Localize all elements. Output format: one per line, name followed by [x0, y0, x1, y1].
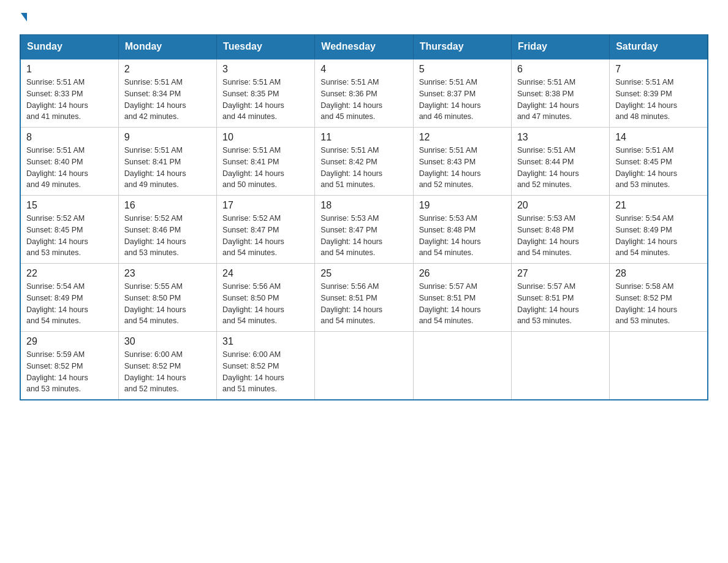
day-number: 26 — [419, 268, 506, 279]
day-number: 10 — [222, 132, 309, 143]
calendar-cell: 27 Sunrise: 5:57 AMSunset: 8:51 PMDaylig… — [511, 264, 609, 332]
column-header-monday: Monday — [118, 35, 216, 59]
calendar-cell: 18 Sunrise: 5:53 AMSunset: 8:47 PMDaylig… — [315, 196, 413, 264]
day-info: Sunrise: 5:59 AMSunset: 8:52 PMDaylight:… — [26, 350, 88, 393]
calendar-cell: 21 Sunrise: 5:54 AMSunset: 8:49 PMDaylig… — [610, 196, 708, 264]
day-info: Sunrise: 6:00 AMSunset: 8:52 PMDaylight:… — [124, 350, 186, 393]
calendar-cell: 29 Sunrise: 5:59 AMSunset: 8:52 PMDaylig… — [20, 332, 118, 400]
calendar-cell: 4 Sunrise: 5:51 AMSunset: 8:36 PMDayligh… — [315, 59, 413, 128]
calendar-week-row: 8 Sunrise: 5:51 AMSunset: 8:40 PMDayligh… — [20, 128, 708, 196]
day-info: Sunrise: 5:52 AMSunset: 8:46 PMDaylight:… — [124, 214, 186, 257]
calendar-cell: 7 Sunrise: 5:51 AMSunset: 8:39 PMDayligh… — [610, 59, 708, 128]
day-info: Sunrise: 5:53 AMSunset: 8:47 PMDaylight:… — [320, 214, 382, 257]
day-number: 31 — [222, 336, 309, 347]
calendar-week-row: 15 Sunrise: 5:52 AMSunset: 8:45 PMDaylig… — [20, 196, 708, 264]
calendar-cell: 24 Sunrise: 5:56 AMSunset: 8:50 PMDaylig… — [217, 264, 315, 332]
calendar-cell — [511, 332, 609, 400]
day-number: 3 — [222, 64, 309, 75]
day-info: Sunrise: 5:51 AMSunset: 8:39 PMDaylight:… — [615, 78, 677, 121]
calendar-cell: 12 Sunrise: 5:51 AMSunset: 8:43 PMDaylig… — [413, 128, 511, 196]
day-number: 22 — [26, 268, 113, 279]
day-number: 9 — [124, 132, 211, 143]
day-info: Sunrise: 5:51 AMSunset: 8:34 PMDaylight:… — [124, 78, 186, 121]
day-number: 8 — [26, 132, 113, 143]
day-number: 15 — [26, 200, 113, 211]
column-header-tuesday: Tuesday — [217, 35, 315, 59]
logo — [20, 15, 27, 23]
day-number: 17 — [222, 200, 309, 211]
calendar-cell — [315, 332, 413, 400]
day-info: Sunrise: 5:51 AMSunset: 8:43 PMDaylight:… — [419, 146, 481, 189]
day-info: Sunrise: 5:51 AMSunset: 8:42 PMDaylight:… — [320, 146, 382, 189]
day-info: Sunrise: 5:57 AMSunset: 8:51 PMDaylight:… — [419, 282, 481, 325]
day-info: Sunrise: 5:51 AMSunset: 8:45 PMDaylight:… — [615, 146, 677, 189]
calendar-cell: 20 Sunrise: 5:53 AMSunset: 8:48 PMDaylig… — [511, 196, 609, 264]
column-header-thursday: Thursday — [413, 35, 511, 59]
day-info: Sunrise: 5:51 AMSunset: 8:38 PMDaylight:… — [517, 78, 579, 121]
day-info: Sunrise: 5:51 AMSunset: 8:40 PMDaylight:… — [26, 146, 88, 189]
day-info: Sunrise: 5:58 AMSunset: 8:52 PMDaylight:… — [615, 282, 677, 325]
calendar-cell: 26 Sunrise: 5:57 AMSunset: 8:51 PMDaylig… — [413, 264, 511, 332]
calendar-cell: 2 Sunrise: 5:51 AMSunset: 8:34 PMDayligh… — [118, 59, 216, 128]
day-number: 13 — [517, 132, 604, 143]
day-info: Sunrise: 5:54 AMSunset: 8:49 PMDaylight:… — [615, 214, 677, 257]
day-number: 21 — [615, 200, 702, 211]
calendar-cell: 25 Sunrise: 5:56 AMSunset: 8:51 PMDaylig… — [315, 264, 413, 332]
day-info: Sunrise: 5:51 AMSunset: 8:35 PMDaylight:… — [222, 78, 284, 121]
calendar-cell: 9 Sunrise: 5:51 AMSunset: 8:41 PMDayligh… — [118, 128, 216, 196]
day-number: 12 — [419, 132, 506, 143]
calendar-week-row: 29 Sunrise: 5:59 AMSunset: 8:52 PMDaylig… — [20, 332, 708, 400]
day-info: Sunrise: 5:51 AMSunset: 8:37 PMDaylight:… — [419, 78, 481, 121]
day-info: Sunrise: 5:56 AMSunset: 8:51 PMDaylight:… — [320, 282, 382, 325]
calendar-cell: 6 Sunrise: 5:51 AMSunset: 8:38 PMDayligh… — [511, 59, 609, 128]
day-number: 5 — [419, 64, 506, 75]
calendar-cell: 1 Sunrise: 5:51 AMSunset: 8:33 PMDayligh… — [20, 59, 118, 128]
page-header — [20, 15, 708, 23]
day-number: 20 — [517, 200, 604, 211]
day-number: 14 — [615, 132, 702, 143]
calendar-cell: 5 Sunrise: 5:51 AMSunset: 8:37 PMDayligh… — [413, 59, 511, 128]
column-header-wednesday: Wednesday — [315, 35, 413, 59]
day-number: 24 — [222, 268, 309, 279]
calendar-week-row: 1 Sunrise: 5:51 AMSunset: 8:33 PMDayligh… — [20, 59, 708, 128]
calendar-cell: 17 Sunrise: 5:52 AMSunset: 8:47 PMDaylig… — [217, 196, 315, 264]
day-info: Sunrise: 5:55 AMSunset: 8:50 PMDaylight:… — [124, 282, 186, 325]
day-info: Sunrise: 5:51 AMSunset: 8:41 PMDaylight:… — [124, 146, 186, 189]
day-number: 29 — [26, 336, 113, 347]
calendar-cell: 10 Sunrise: 5:51 AMSunset: 8:41 PMDaylig… — [217, 128, 315, 196]
column-header-friday: Friday — [511, 35, 609, 59]
day-info: Sunrise: 5:57 AMSunset: 8:51 PMDaylight:… — [517, 282, 579, 325]
day-info: Sunrise: 5:54 AMSunset: 8:49 PMDaylight:… — [26, 282, 88, 325]
column-header-sunday: Sunday — [20, 35, 118, 59]
day-number: 19 — [419, 200, 506, 211]
day-number: 6 — [517, 64, 604, 75]
day-number: 28 — [615, 268, 702, 279]
calendar-cell: 31 Sunrise: 6:00 AMSunset: 8:52 PMDaylig… — [217, 332, 315, 400]
calendar-week-row: 22 Sunrise: 5:54 AMSunset: 8:49 PMDaylig… — [20, 264, 708, 332]
day-info: Sunrise: 5:52 AMSunset: 8:45 PMDaylight:… — [26, 214, 88, 257]
day-number: 18 — [320, 200, 407, 211]
calendar-cell — [610, 332, 708, 400]
calendar-header-row: SundayMondayTuesdayWednesdayThursdayFrid… — [20, 35, 708, 59]
calendar-cell: 30 Sunrise: 6:00 AMSunset: 8:52 PMDaylig… — [118, 332, 216, 400]
day-number: 1 — [26, 64, 113, 75]
calendar-cell: 15 Sunrise: 5:52 AMSunset: 8:45 PMDaylig… — [20, 196, 118, 264]
calendar-cell: 13 Sunrise: 5:51 AMSunset: 8:44 PMDaylig… — [511, 128, 609, 196]
day-info: Sunrise: 5:51 AMSunset: 8:44 PMDaylight:… — [517, 146, 579, 189]
calendar-cell: 11 Sunrise: 5:51 AMSunset: 8:42 PMDaylig… — [315, 128, 413, 196]
day-info: Sunrise: 5:51 AMSunset: 8:33 PMDaylight:… — [26, 78, 88, 121]
day-number: 11 — [320, 132, 407, 143]
day-number: 4 — [320, 64, 407, 75]
calendar-cell: 16 Sunrise: 5:52 AMSunset: 8:46 PMDaylig… — [118, 196, 216, 264]
calendar-cell: 3 Sunrise: 5:51 AMSunset: 8:35 PMDayligh… — [217, 59, 315, 128]
calendar-cell: 8 Sunrise: 5:51 AMSunset: 8:40 PMDayligh… — [20, 128, 118, 196]
day-info: Sunrise: 5:51 AMSunset: 8:41 PMDaylight:… — [222, 146, 284, 189]
column-header-saturday: Saturday — [610, 35, 708, 59]
calendar-cell: 19 Sunrise: 5:53 AMSunset: 8:48 PMDaylig… — [413, 196, 511, 264]
day-info: Sunrise: 5:52 AMSunset: 8:47 PMDaylight:… — [222, 214, 284, 257]
day-number: 2 — [124, 64, 211, 75]
day-number: 25 — [320, 268, 407, 279]
calendar-cell — [413, 332, 511, 400]
day-number: 7 — [615, 64, 702, 75]
logo-arrow-icon — [21, 13, 27, 21]
